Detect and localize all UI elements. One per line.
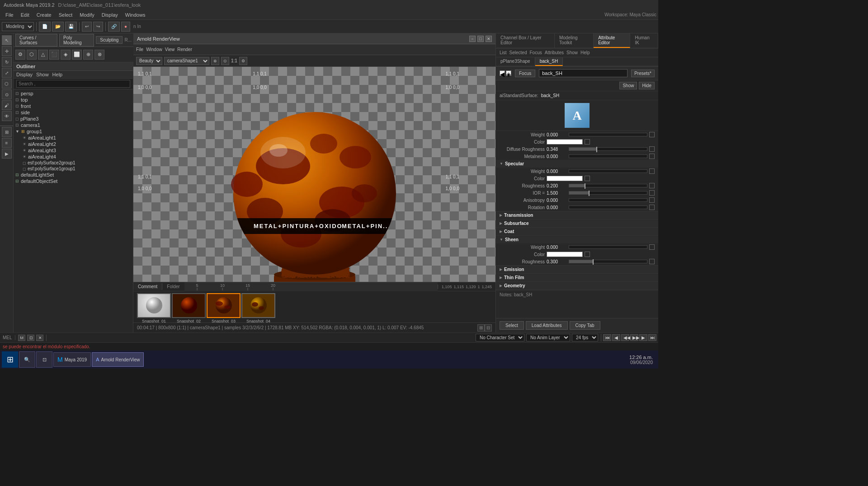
outliner-item-side[interactable]: ⊡ side bbox=[14, 109, 133, 116]
link-btn[interactable]: ◈ bbox=[506, 70, 511, 76]
load-attributes-btn[interactable]: Load Attributes bbox=[526, 321, 568, 330]
sheen-roughness-value[interactable]: 0.300 bbox=[547, 259, 567, 264]
tab-comment[interactable]: Comment bbox=[133, 283, 162, 290]
mel-btn-1[interactable]: M bbox=[18, 335, 25, 341]
menu-edit[interactable]: Edit bbox=[17, 11, 33, 19]
anisotropy-value[interactable]: 0.000 bbox=[547, 198, 567, 203]
ior-box[interactable] bbox=[649, 190, 655, 196]
emission-header[interactable]: ▶ Emission bbox=[496, 266, 658, 273]
info-expand-btn[interactable]: ⊞ bbox=[477, 324, 485, 332]
render-region-btn[interactable]: ⊕ bbox=[211, 57, 219, 65]
search-input[interactable] bbox=[16, 80, 130, 88]
anim-layer-selector[interactable]: No Anim Layer bbox=[526, 334, 570, 341]
taskbar-search-btn[interactable]: 🔍 bbox=[19, 351, 35, 368]
spec-color-box[interactable] bbox=[585, 176, 590, 181]
node-name-field[interactable] bbox=[539, 69, 627, 77]
outliner-menu-show[interactable]: Show bbox=[36, 72, 49, 77]
menu-file[interactable]: File bbox=[2, 11, 17, 19]
show-button[interactable]: Show bbox=[619, 82, 637, 89]
mel-btn-2[interactable]: ⊡ bbox=[27, 335, 34, 341]
outliner-item-persp[interactable]: ⊡ persp bbox=[14, 90, 133, 97]
subbar-help[interactable]: Help bbox=[580, 50, 590, 55]
shelf-icon-8[interactable]: ⊗ bbox=[94, 50, 104, 60]
info-collapse-btn[interactable]: ⊟ bbox=[485, 324, 492, 332]
maximize-btn[interactable]: □ bbox=[477, 36, 484, 42]
outliner-item-light3[interactable]: ☀ aiAreaLight3 bbox=[14, 147, 133, 154]
sheen-roughness-box[interactable] bbox=[649, 259, 655, 264]
snapshot-item-4[interactable]: Snapshot_04 bbox=[241, 293, 275, 323]
select-tool[interactable]: ↖ bbox=[2, 35, 12, 45]
ior-value[interactable]: 1.500 bbox=[547, 191, 567, 196]
subbar-selected[interactable]: Selected bbox=[509, 50, 527, 55]
outliner-item-front[interactable]: ⊡ front bbox=[14, 103, 133, 109]
outliner-item-top[interactable]: ⊡ top bbox=[14, 97, 133, 103]
arnold-menu-render[interactable]: Render bbox=[177, 47, 192, 52]
play-back-btn[interactable]: ◀◀ bbox=[621, 334, 629, 341]
redo-btn[interactable]: ↪ bbox=[93, 22, 103, 32]
settings-btn[interactable]: ⚙ bbox=[239, 57, 247, 65]
tab-human-ik[interactable]: Human IK bbox=[630, 33, 658, 48]
spec-weight-slider[interactable] bbox=[569, 169, 647, 173]
color-box[interactable] bbox=[585, 139, 590, 145]
show-hide-tool[interactable]: 👁 bbox=[2, 111, 12, 121]
presets-button[interactable]: Presets* bbox=[631, 70, 655, 77]
undo-btn[interactable]: ↩ bbox=[82, 22, 92, 32]
render-btn[interactable]: ● bbox=[121, 22, 130, 32]
subbar-show[interactable]: Show bbox=[566, 50, 578, 55]
shelf-icon-3[interactable]: △ bbox=[38, 50, 48, 60]
metalness-value[interactable]: 0.000 bbox=[547, 154, 567, 159]
outliner-item-pplane3[interactable]: ◻ pPlane3 bbox=[14, 116, 133, 122]
goto-end-btn[interactable]: ⏭ bbox=[648, 334, 656, 341]
play-fwd-btn[interactable]: ▶▶ bbox=[630, 334, 638, 341]
menu-modify[interactable]: Modify bbox=[76, 11, 98, 19]
outliner-item-light1[interactable]: ☀ aiAreaLight1 bbox=[14, 135, 133, 141]
sheen-weight-slider[interactable] bbox=[569, 245, 647, 249]
rotation-box[interactable] bbox=[649, 205, 655, 210]
color-swatch[interactable] bbox=[547, 139, 583, 145]
select-btn[interactable]: Select bbox=[500, 321, 524, 330]
hide-button[interactable]: Hide bbox=[639, 82, 655, 89]
outliner-item-lightset[interactable]: ⊟ defaultLightSet bbox=[14, 172, 133, 178]
soft-sel-tool[interactable]: ⊙ bbox=[2, 89, 12, 99]
lasso-tool[interactable]: ⬡ bbox=[2, 79, 12, 89]
render-all-btn[interactable]: ⊙ bbox=[221, 57, 229, 65]
shelf-icon-1[interactable]: ⚙ bbox=[15, 50, 25, 60]
outliner-menu-help[interactable]: Help bbox=[52, 72, 63, 77]
snapshot-item-1[interactable]: Snapshot_01 bbox=[137, 293, 171, 323]
open-btn[interactable]: 📂 bbox=[52, 22, 64, 32]
menu-create[interactable]: Create bbox=[33, 11, 55, 19]
taskbar-arnold[interactable]: A Arnold RenderView bbox=[92, 352, 144, 367]
new-scene-btn[interactable]: 📄 bbox=[39, 22, 51, 32]
focus-button[interactable]: Focus bbox=[515, 70, 535, 77]
subbar-focus[interactable]: Focus bbox=[529, 50, 542, 55]
diffuse-roughness-slider[interactable] bbox=[569, 147, 647, 151]
next-frame-btn[interactable]: ▶ bbox=[639, 334, 647, 341]
spec-roughness-box[interactable] bbox=[649, 183, 655, 188]
weight-slider[interactable] bbox=[569, 133, 647, 136]
render-tool[interactable]: ▶ bbox=[2, 149, 12, 159]
outliner-item-camera1[interactable]: ⊡ camera1 bbox=[14, 122, 133, 128]
spec-weight-box[interactable] bbox=[649, 168, 655, 174]
attr-tool[interactable]: ≡ bbox=[2, 138, 12, 148]
start-button[interactable]: ⊞ bbox=[2, 351, 18, 368]
specular-header[interactable]: ▼ Specular bbox=[496, 160, 658, 168]
outliner-item-light2[interactable]: ☀ aiAreaLight2 bbox=[14, 141, 133, 147]
snapshot-item-3[interactable]: Snapshot_03 bbox=[207, 293, 241, 323]
scale-tool[interactable]: ⤢ bbox=[2, 68, 12, 78]
transmission-header[interactable]: ▶ Transmission bbox=[496, 211, 658, 219]
sheen-roughness-slider[interactable] bbox=[569, 260, 647, 263]
node-tab-material[interactable]: back_SH bbox=[535, 57, 563, 66]
thin-film-header[interactable]: ▶ Thin Film bbox=[496, 274, 658, 281]
spec-roughness-slider[interactable] bbox=[569, 184, 647, 187]
metalness-box[interactable] bbox=[649, 154, 655, 159]
arnold-menu-file[interactable]: File bbox=[136, 47, 143, 52]
mode-selector[interactable]: Modeling bbox=[2, 22, 34, 31]
snap-btn[interactable]: 🔗 bbox=[108, 22, 120, 32]
metalness-slider[interactable] bbox=[569, 154, 647, 158]
sheen-color-box[interactable] bbox=[585, 252, 590, 257]
sheen-color-swatch[interactable] bbox=[547, 252, 583, 257]
subbar-attributes[interactable]: Attributes bbox=[545, 50, 564, 55]
snapshot-item-2[interactable]: Snapshot_02 bbox=[172, 293, 206, 323]
arnold-menu-view[interactable]: View bbox=[165, 47, 175, 52]
tab-attribute-editor[interactable]: Attribute Editor bbox=[594, 33, 630, 48]
